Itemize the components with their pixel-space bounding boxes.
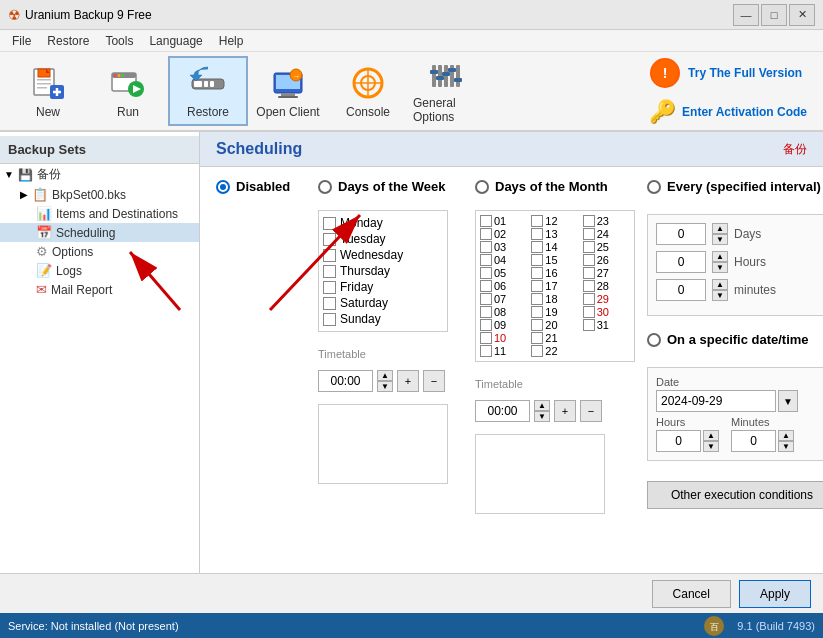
cancel-button[interactable]: Cancel — [652, 580, 731, 608]
thursday-checkbox[interactable] — [323, 265, 336, 278]
month-check-06[interactable] — [480, 280, 492, 292]
time-down-1[interactable]: ▼ — [377, 381, 393, 392]
month-check-10[interactable] — [480, 332, 492, 344]
month-check-09[interactable] — [480, 319, 492, 331]
apply-button[interactable]: Apply — [739, 580, 811, 608]
interval-minutes-input[interactable] — [656, 279, 706, 301]
specific-hours-input[interactable] — [656, 430, 701, 452]
interval-minutes-up[interactable]: ▲ — [712, 279, 728, 290]
other-execution-conditions-button[interactable]: Other execution conditions — [647, 481, 823, 509]
days-of-week-radio-label[interactable]: Days of the Week — [318, 179, 463, 194]
days-of-month-radio-label[interactable]: Days of the Month — [475, 179, 635, 194]
tuesday-checkbox[interactable] — [323, 233, 336, 246]
specific-date-radio-label[interactable]: On a specific date/time — [647, 332, 823, 347]
month-check-22[interactable] — [531, 345, 543, 357]
month-check-29[interactable] — [583, 293, 595, 305]
days-of-month-radio[interactable] — [475, 180, 489, 194]
month-check-24[interactable] — [583, 228, 595, 240]
month-check-20[interactable] — [531, 319, 543, 331]
interval-hours-input[interactable] — [656, 251, 706, 273]
monday-checkbox[interactable] — [323, 217, 336, 230]
interval-days-input[interactable] — [656, 223, 706, 245]
interval-days-up[interactable]: ▲ — [712, 223, 728, 234]
interval-hours-down[interactable]: ▼ — [712, 262, 728, 273]
remove-time-1[interactable]: − — [423, 370, 445, 392]
month-check-07[interactable] — [480, 293, 492, 305]
restore-button[interactable]: Restore — [168, 56, 248, 126]
month-check-25[interactable] — [583, 241, 595, 253]
time-input-1[interactable] — [318, 370, 373, 392]
sidebar-item-mail-report[interactable]: ✉ Mail Report — [0, 280, 199, 299]
console-button[interactable]: Console — [328, 56, 408, 126]
minimize-button[interactable]: — — [733, 4, 759, 26]
month-check-19[interactable] — [531, 306, 543, 318]
specific-minutes-up[interactable]: ▲ — [778, 430, 794, 441]
friday-checkbox[interactable] — [323, 281, 336, 294]
month-check-23[interactable] — [583, 215, 595, 227]
time-input-2[interactable] — [475, 400, 530, 422]
remove-time-2[interactable]: − — [580, 400, 602, 422]
month-check-27[interactable] — [583, 267, 595, 279]
time-down-2[interactable]: ▼ — [534, 411, 550, 422]
month-check-12[interactable] — [531, 215, 543, 227]
month-check-05[interactable] — [480, 267, 492, 279]
date-input[interactable] — [656, 390, 776, 412]
days-of-week-radio[interactable] — [318, 180, 332, 194]
interval-minutes-down[interactable]: ▼ — [712, 290, 728, 301]
month-check-01[interactable] — [480, 215, 492, 227]
month-check-11[interactable] — [480, 345, 492, 357]
open-client-button[interactable]: → Open Client — [248, 56, 328, 126]
menu-help[interactable]: Help — [211, 32, 252, 50]
month-check-17[interactable] — [531, 280, 543, 292]
month-check-30[interactable] — [583, 306, 595, 318]
month-check-14[interactable] — [531, 241, 543, 253]
close-button[interactable]: ✕ — [789, 4, 815, 26]
sidebar-item-logs[interactable]: 📝 Logs — [0, 261, 199, 280]
add-time-1[interactable]: + — [397, 370, 419, 392]
menu-file[interactable]: File — [4, 32, 39, 50]
interval-hours-up[interactable]: ▲ — [712, 251, 728, 262]
try-full-version-button[interactable]: ! Try The Full Version — [642, 54, 815, 92]
time-up-2[interactable]: ▲ — [534, 400, 550, 411]
specific-hours-up[interactable]: ▲ — [703, 430, 719, 441]
every-interval-radio[interactable] — [647, 180, 661, 194]
saturday-checkbox[interactable] — [323, 297, 336, 310]
month-check-31[interactable] — [583, 319, 595, 331]
disabled-radio[interactable] — [216, 180, 230, 194]
maximize-button[interactable]: □ — [761, 4, 787, 26]
month-check-04[interactable] — [480, 254, 492, 266]
menu-restore[interactable]: Restore — [39, 32, 97, 50]
month-check-21[interactable] — [531, 332, 543, 344]
every-interval-radio-label[interactable]: Every (specified interval) — [647, 179, 823, 194]
month-check-13[interactable] — [531, 228, 543, 240]
menu-tools[interactable]: Tools — [97, 32, 141, 50]
wednesday-checkbox[interactable] — [323, 249, 336, 262]
month-check-16[interactable] — [531, 267, 543, 279]
time-up-1[interactable]: ▲ — [377, 370, 393, 381]
month-check-08[interactable] — [480, 306, 492, 318]
sidebar-item-scheduling[interactable]: 📅 Scheduling — [0, 223, 199, 242]
specific-minutes-down[interactable]: ▼ — [778, 441, 794, 452]
sunday-checkbox[interactable] — [323, 313, 336, 326]
specific-hours-down[interactable]: ▼ — [703, 441, 719, 452]
month-check-02[interactable] — [480, 228, 492, 240]
sidebar-item-items-destinations[interactable]: 📊 Items and Destinations — [0, 204, 199, 223]
month-check-26[interactable] — [583, 254, 595, 266]
specific-minutes-input[interactable] — [731, 430, 776, 452]
month-check-28[interactable] — [583, 280, 595, 292]
month-check-18[interactable] — [531, 293, 543, 305]
disabled-radio-label[interactable]: Disabled — [216, 179, 306, 194]
add-time-2[interactable]: + — [554, 400, 576, 422]
menu-language[interactable]: Language — [141, 32, 210, 50]
interval-days-down[interactable]: ▼ — [712, 234, 728, 245]
run-button[interactable]: Run — [88, 56, 168, 126]
month-check-03[interactable] — [480, 241, 492, 253]
specific-date-radio[interactable] — [647, 333, 661, 347]
enter-activation-button[interactable]: 🔑 Enter Activation Code — [642, 96, 815, 128]
sidebar-item-bkpset[interactable]: ▶ 📋 BkpSet00.bks — [0, 185, 199, 204]
new-button[interactable]: New — [8, 56, 88, 126]
sidebar-item-backup-root[interactable]: ▼ 💾 备份 — [0, 164, 199, 185]
date-dropdown-btn[interactable]: ▼ — [778, 390, 798, 412]
sidebar-item-options[interactable]: ⚙ Options — [0, 242, 199, 261]
general-options-button[interactable]: General Options — [408, 56, 488, 126]
